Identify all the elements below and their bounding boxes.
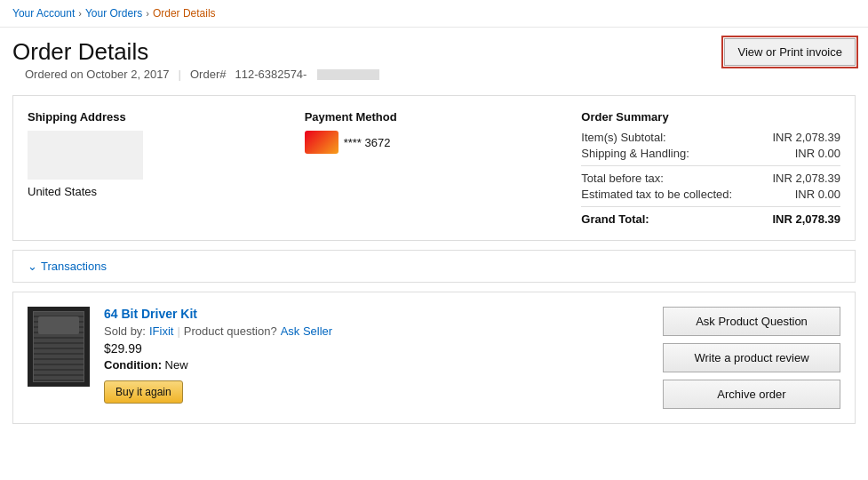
items-subtotal-value: INR 2,078.39: [772, 131, 840, 144]
transactions-label: Transactions: [41, 260, 107, 273]
order-number: 112-6382574-: [235, 68, 307, 81]
shipping-heading: Shipping Address: [28, 110, 287, 124]
page-title: Order Details: [12, 38, 392, 66]
mastercard-icon: [305, 131, 338, 154]
transactions-toggle-button[interactable]: ⌄ Transactions: [28, 260, 107, 273]
condition-label: Condition:: [104, 358, 162, 372]
sold-by-link[interactable]: IFixit: [149, 324, 173, 338]
product-card: 64 Bit Driver Kit Sold by: IFixit | Prod…: [12, 292, 856, 424]
breadcrumb-order-details: Order Details: [153, 7, 216, 20]
total-before-tax-row: Total before tax: INR 2,078.39: [581, 172, 840, 185]
buy-again-button[interactable]: Buy it again: [104, 380, 183, 404]
product-name-link[interactable]: 64 Bit Driver Kit: [104, 307, 649, 321]
breadcrumb-sep2: ›: [146, 8, 149, 19]
card-last4: **** 3672: [344, 136, 391, 149]
page-header: Order Details Ordered on October 2, 2017…: [0, 28, 868, 95]
estimated-tax-label: Estimated tax to be collected:: [581, 188, 732, 201]
product-question-label: Product question?: [184, 324, 277, 338]
summary-divider2: [581, 206, 840, 207]
estimated-tax-value: INR 0.00: [795, 188, 840, 201]
condition-value: New: [165, 358, 188, 372]
view-print-invoice-button[interactable]: View or Print invoice: [724, 38, 856, 66]
shipping-row: Shipping & Handling: INR 0.00: [581, 147, 840, 160]
grand-total-label: Grand Total:: [581, 212, 649, 226]
total-before-tax-label: Total before tax:: [581, 172, 664, 185]
breadcrumb-your-account[interactable]: Your Account: [12, 7, 75, 20]
grand-total-row: Grand Total: INR 2,078.39: [581, 212, 840, 226]
order-date: Ordered on October 2, 2017: [25, 68, 170, 81]
order-number-label: Order#: [190, 68, 226, 81]
address-box: [28, 131, 143, 180]
product-actions: Ask Product Question Write a product rev…: [663, 307, 840, 409]
order-meta: Ordered on October 2, 2017 | Order# 112-…: [12, 66, 392, 90]
payment-heading: Payment Method: [305, 110, 564, 124]
product-info: 64 Bit Driver Kit Sold by: IFixit | Prod…: [104, 307, 649, 404]
order-summary-heading: Order Summary: [581, 110, 840, 124]
product-image-inner: [33, 311, 84, 382]
product-meta: Sold by: IFixit | Product question? Ask …: [104, 324, 649, 338]
shipping-country: United States: [28, 185, 287, 198]
chevron-down-icon: ⌄: [28, 260, 37, 273]
payment-method-col: Payment Method **** 3672: [305, 110, 582, 226]
transactions-section: ⌄ Transactions: [12, 250, 856, 283]
info-grid: Shipping Address United States Payment M…: [28, 110, 840, 226]
shipping-address-col: Shipping Address United States: [28, 110, 305, 226]
shipping-label: Shipping & Handling:: [581, 147, 689, 160]
estimated-tax-row: Estimated tax to be collected: INR 0.00: [581, 188, 840, 201]
meta-divider: |: [179, 68, 181, 81]
breadcrumb-your-orders[interactable]: Your Orders: [85, 7, 142, 20]
breadcrumb: Your Account › Your Orders › Order Detai…: [0, 0, 868, 28]
product-condition: Condition: New: [104, 358, 649, 372]
items-subtotal-row: Item(s) Subtotal: INR 2,078.39: [581, 131, 840, 144]
ask-product-question-button[interactable]: Ask Product Question: [663, 307, 840, 336]
order-info-card: Shipping Address United States Payment M…: [12, 95, 856, 241]
items-subtotal-label: Item(s) Subtotal:: [581, 131, 665, 144]
total-before-tax-value: INR 2,078.39: [772, 172, 840, 185]
page-title-group: Order Details Ordered on October 2, 2017…: [12, 38, 392, 90]
breadcrumb-sep1: ›: [78, 8, 82, 19]
grand-total-value: INR 2,078.39: [772, 212, 840, 226]
summary-divider1: [581, 165, 840, 166]
sold-by-label: Sold by:: [104, 324, 146, 338]
payment-row: **** 3672: [305, 131, 564, 154]
ask-seller-link[interactable]: Ask Seller: [281, 324, 333, 338]
write-review-button[interactable]: Write a product review: [663, 343, 840, 372]
product-price: $29.99: [104, 341, 649, 356]
order-summary-col: Order Summary Item(s) Subtotal: INR 2,07…: [581, 110, 840, 226]
pipe-separator: |: [177, 324, 179, 338]
product-image: [28, 307, 90, 387]
archive-order-button[interactable]: Archive order: [663, 380, 840, 409]
shipping-value: INR 0.00: [795, 147, 840, 160]
order-number-redacted: [317, 69, 379, 80]
